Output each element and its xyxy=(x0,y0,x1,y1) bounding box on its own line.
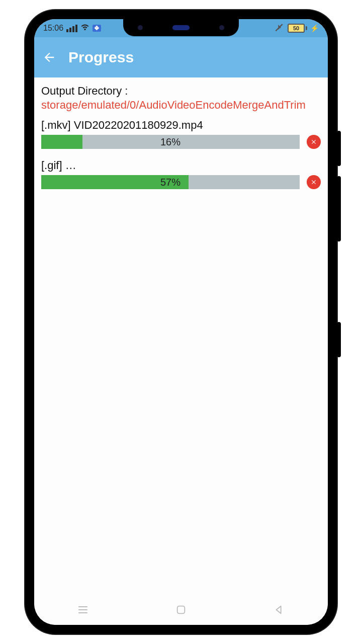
volume-down-button[interactable] xyxy=(337,176,341,242)
volume-up-button[interactable] xyxy=(337,131,341,166)
mute-icon xyxy=(274,22,285,35)
svg-rect-0 xyxy=(177,606,185,614)
task-filename: [.mkv] VID20220201180929.mp4 xyxy=(41,119,321,132)
app-bar: Progress xyxy=(34,37,328,77)
system-nav-bar xyxy=(34,595,328,625)
charging-icon: ⚡ xyxy=(310,24,319,32)
task-filename: [.gif] … xyxy=(41,159,321,172)
progress-bar: 16% xyxy=(41,135,300,149)
battery-icon: 50 xyxy=(288,24,307,33)
content-area: Output Directory : storage/emulated/0/Au… xyxy=(34,77,328,595)
page-title: Progress xyxy=(68,49,134,66)
status-time: 15:06 xyxy=(43,24,63,33)
recent-apps-button[interactable] xyxy=(73,600,93,620)
cellular-icon xyxy=(66,25,77,32)
progress-bar: 57% xyxy=(41,175,300,189)
task-item: [.gif] … 57% xyxy=(41,159,321,189)
cancel-task-button[interactable] xyxy=(307,135,321,149)
progress-percent: 57% xyxy=(41,175,300,189)
home-button[interactable] xyxy=(171,600,191,620)
task-item: [.mkv] VID20220201180929.mp4 16% xyxy=(41,119,321,149)
battery-percent: 50 xyxy=(293,25,299,31)
phone-frame: 15:06 ❖ 50 ⚡ xyxy=(25,10,337,634)
screen: 15:06 ❖ 50 ⚡ xyxy=(34,19,328,625)
power-button[interactable] xyxy=(337,322,341,357)
bluetooth-icon: ❖ xyxy=(93,25,101,32)
output-directory-path: storage/emulated/0/AudioVideoEncodeMerge… xyxy=(41,99,321,112)
notch xyxy=(123,19,239,36)
back-button[interactable] xyxy=(41,49,57,65)
wifi-icon xyxy=(80,24,89,33)
output-directory-label: Output Directory : xyxy=(41,85,321,98)
cancel-task-button[interactable] xyxy=(307,175,321,189)
nav-back-button[interactable] xyxy=(269,600,289,620)
progress-percent: 16% xyxy=(41,135,300,149)
